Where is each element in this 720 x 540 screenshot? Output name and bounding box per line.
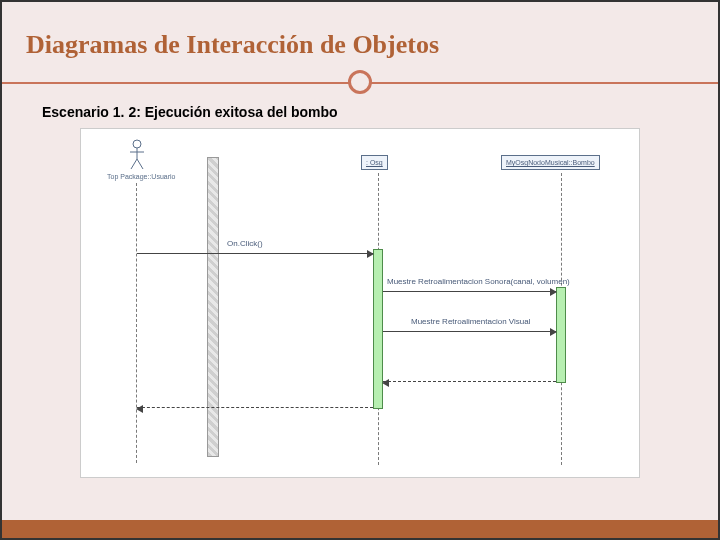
divider-circle-icon [348,70,372,94]
message-label-onclick: On.Click() [227,239,263,248]
page-title: Diagramas de Interacción de Objetos [2,2,718,70]
boundary-activation [207,157,219,457]
actor-usuario: Top Package::Usuario [107,139,167,180]
scenario-subtitle: Escenario 1. 2: Ejecución exitosa del bo… [2,94,718,128]
activation-bombo [556,287,566,383]
message-label-visual: Muestre Retroalimentacion Visual [411,317,530,326]
message-arrow-visual [383,331,556,332]
sequence-diagram: Top Package::Usuario : Osg MyOsgNodoMusi… [80,128,640,478]
message-arrow-onclick [137,253,373,254]
svg-point-0 [133,140,141,148]
participant-bombo: MyOsgNodoMusical::Bombo [501,155,600,170]
participant-osg: : Osg [361,155,388,170]
return-arrow-osg-usuario [137,407,373,408]
return-arrow-bombo-osg [383,381,556,382]
title-divider [2,70,718,94]
svg-line-4 [137,159,143,169]
svg-line-3 [131,159,137,169]
message-label-sonora: Muestre Retroalimentacion Sonora(canal, … [387,277,570,286]
message-arrow-sonora [383,291,556,292]
stick-figure-icon [128,139,146,171]
lifeline-usuario [136,183,137,463]
actor-label: Top Package::Usuario [107,173,167,180]
footer-bar [2,520,718,538]
